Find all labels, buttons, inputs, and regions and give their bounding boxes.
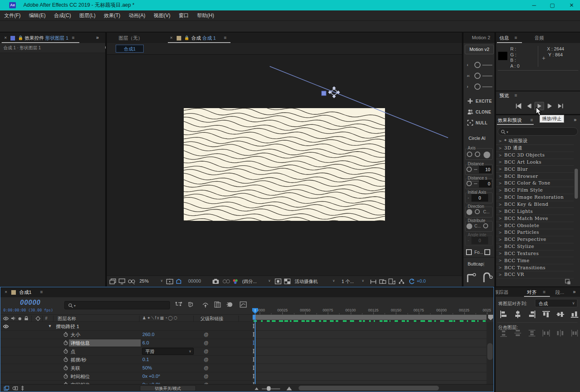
motion-blur-icon[interactable] bbox=[226, 301, 233, 308]
tab-timeline-comp[interactable]: 合成1 bbox=[19, 289, 31, 296]
pixel-aspect-icon[interactable] bbox=[379, 279, 386, 284]
direction-option-3[interactable]: C... bbox=[483, 210, 490, 214]
effects-category-row[interactable]: >BCC Key & Blend bbox=[496, 201, 574, 208]
expand-chevron-icon[interactable]: > bbox=[499, 251, 502, 255]
knob-icon[interactable] bbox=[474, 62, 481, 68]
effects-category-row[interactable]: >3D 通道 bbox=[496, 145, 574, 152]
panel-menu-icon[interactable]: ≡ bbox=[514, 93, 517, 98]
effects-category-row[interactable]: >BCC Transitions bbox=[496, 264, 574, 271]
distance-value[interactable]: 10 bbox=[479, 166, 491, 173]
align-center-horizontal-button[interactable] bbox=[514, 310, 522, 319]
effects-category-row[interactable]: >BCC Match Move bbox=[496, 215, 574, 222]
timeline-search-input[interactable]: ▾ bbox=[64, 301, 170, 309]
expand-chevron-icon[interactable]: > bbox=[499, 258, 502, 263]
primary-viewer-icon[interactable] bbox=[119, 278, 125, 284]
exposure-value[interactable]: +0.0 bbox=[417, 278, 426, 283]
stopwatch-icon[interactable] bbox=[63, 332, 68, 337]
effects-category-row[interactable]: >BCC Stylize bbox=[496, 243, 574, 250]
direction-option-2[interactable] bbox=[475, 209, 480, 214]
layer-name[interactable]: 摆动路径 1 bbox=[56, 324, 79, 330]
align-right-button[interactable] bbox=[528, 310, 536, 319]
tab-tracker[interactable]: 跟踪器 bbox=[496, 289, 509, 296]
layer-name-column[interactable]: 图层名称 bbox=[58, 316, 76, 322]
show-snapshot-icon[interactable] bbox=[223, 279, 230, 284]
property-row-4[interactable]: 摇摆/秒 0.1 @ I bbox=[0, 356, 494, 364]
previous-frame-button[interactable] bbox=[524, 102, 534, 110]
expand-chevron-icon[interactable]: > bbox=[499, 273, 502, 277]
maximize-button[interactable]: ▢ bbox=[543, 0, 562, 10]
effects-category-row[interactable]: >BCC Perspective bbox=[496, 236, 574, 243]
timeline-horizontal-scrollbar[interactable] bbox=[299, 386, 439, 390]
goal-posts-icon[interactable] bbox=[370, 279, 377, 284]
align-to-dropdown[interactable]: 合成 ∨ bbox=[535, 299, 577, 307]
tab-align[interactable]: 对齐 bbox=[527, 289, 537, 296]
slider-track[interactable] bbox=[482, 65, 492, 66]
always-preview-icon[interactable] bbox=[109, 278, 116, 284]
align-center-vertical-button[interactable] bbox=[556, 310, 565, 319]
motion-button-excite[interactable]: EXCITE bbox=[463, 97, 494, 106]
expand-chevron-icon[interactable]: > bbox=[499, 167, 502, 171]
property-label[interactable]: 大小 bbox=[71, 332, 80, 338]
tab-composition[interactable]: 合成 合成 1 bbox=[191, 35, 216, 41]
stopwatch-icon[interactable] bbox=[63, 374, 68, 379]
draft-3d-icon[interactable] bbox=[187, 301, 194, 308]
property-value[interactable]: 50% bbox=[142, 365, 152, 370]
stopwatch-icon[interactable] bbox=[63, 357, 68, 362]
tab-info[interactable]: 信息 bbox=[499, 35, 509, 41]
property-row-7[interactable]: 空间相位 0x +0.0° @ I bbox=[0, 381, 494, 384]
effects-category-row[interactable]: >BCC Obsolete bbox=[496, 222, 574, 229]
region-of-interest-icon[interactable] bbox=[275, 278, 281, 284]
property-label[interactable]: 摇摆/秒 bbox=[71, 357, 86, 363]
minimize-button[interactable]: ─ bbox=[525, 0, 543, 10]
distance-s-knob[interactable] bbox=[466, 181, 472, 186]
flowchart-icon[interactable] bbox=[398, 279, 405, 284]
viewer-timecode[interactable]: 00000 bbox=[184, 277, 205, 285]
panel-menu-icon[interactable]: ≡ bbox=[543, 289, 545, 294]
menu-item-0[interactable]: 文件(F) bbox=[0, 10, 25, 20]
distance-s-value[interactable]: 0 bbox=[479, 180, 491, 187]
tab-effect-controls[interactable]: 效果控件 形状图层 1 bbox=[25, 35, 68, 41]
slider-track[interactable] bbox=[482, 86, 492, 87]
snapshot-camera-icon[interactable] bbox=[212, 278, 219, 284]
property-value[interactable]: 0.1 bbox=[142, 357, 149, 362]
distribute-bottom-button[interactable] bbox=[528, 329, 536, 337]
slider-track[interactable] bbox=[482, 76, 492, 76]
frame-blending-icon[interactable] bbox=[214, 301, 221, 308]
work-area-bar[interactable] bbox=[253, 315, 486, 320]
expand-chevron-icon[interactable]: > bbox=[499, 153, 502, 157]
timeline-timecode[interactable]: 00000 bbox=[20, 299, 41, 306]
layer-color-swatch[interactable] bbox=[10, 36, 15, 40]
distribute-option-2[interactable]: C... bbox=[474, 224, 481, 228]
property-label[interactable]: 点 bbox=[71, 349, 76, 355]
motion-button-clone[interactable]: CLONE bbox=[463, 108, 494, 117]
expand-chevron-icon[interactable]: > bbox=[499, 230, 502, 235]
pick-whip-icon[interactable]: @ bbox=[204, 332, 208, 337]
effects-category-row[interactable]: >BCC Time bbox=[496, 257, 574, 264]
menu-item-4[interactable]: 效果(T) bbox=[100, 10, 124, 20]
next-frame-button[interactable] bbox=[545, 102, 555, 110]
property-row-3[interactable]: 点 平滑 ∨ @ I bbox=[0, 347, 494, 356]
pick-whip-icon[interactable]: @ bbox=[204, 374, 208, 379]
time-ruler[interactable]: 0000000025000500007500100001250015000175… bbox=[253, 307, 494, 314]
effects-category-row[interactable]: >* 动画预设 bbox=[496, 138, 574, 145]
menu-item-5[interactable]: 动画(A) bbox=[124, 10, 149, 20]
close-icon[interactable]: × bbox=[5, 289, 7, 294]
distribute-center-v-button[interactable] bbox=[514, 329, 522, 337]
pick-whip-icon[interactable]: @ bbox=[204, 357, 208, 362]
effects-category-row[interactable]: >BCC Particles bbox=[496, 229, 574, 236]
distribute-option-1[interactable] bbox=[466, 223, 472, 229]
property-label[interactable]: 关联 bbox=[71, 365, 80, 372]
axis-option-3[interactable] bbox=[484, 152, 490, 158]
effects-category-row[interactable]: >BCC Film Style bbox=[496, 187, 574, 194]
brainstorm-icon[interactable] bbox=[20, 385, 25, 391]
distribute-right-button[interactable] bbox=[570, 329, 579, 337]
distribute-center-h-button[interactable] bbox=[556, 329, 565, 337]
distribute-left-button[interactable] bbox=[542, 329, 550, 337]
expand-chevron-icon[interactable]: > bbox=[499, 209, 502, 213]
mask-visibility-icon[interactable] bbox=[175, 278, 182, 284]
property-label[interactable]: 详细信息 bbox=[71, 340, 90, 346]
view-layout-dropdown[interactable]: 1 个...∨ bbox=[341, 277, 365, 285]
effects-category-row[interactable]: >BCC Image Restoration bbox=[496, 194, 574, 201]
effects-category-row[interactable]: >BCC Lights bbox=[496, 208, 574, 215]
direction-option-1[interactable] bbox=[466, 209, 472, 215]
